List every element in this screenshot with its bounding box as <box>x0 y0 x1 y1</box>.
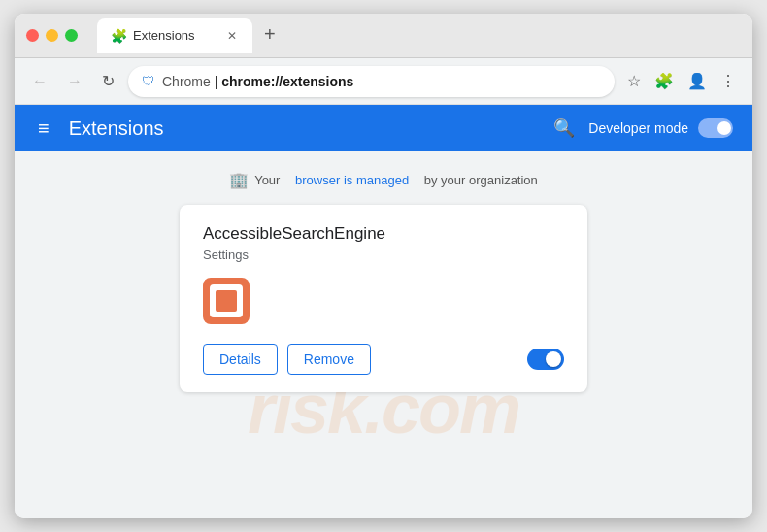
window-controls <box>26 29 78 42</box>
extensions-content: 🔍 risk.com 🏢 Your browser is managed by … <box>15 151 752 518</box>
extensions-header: ≡ Extensions 🔍 Developer mode <box>15 105 752 151</box>
refresh-button[interactable]: ↻ <box>96 68 120 94</box>
title-bar: 🧩 Extensions ✕ + <box>15 14 752 58</box>
profile-button[interactable]: 👤 <box>683 67 712 95</box>
extension-card-body <box>203 278 564 324</box>
extension-logo-symbol <box>216 290 237 312</box>
developer-mode-toggle[interactable] <box>698 118 733 138</box>
details-button[interactable]: Details <box>203 344 278 375</box>
extension-subtitle: Settings <box>203 248 564 262</box>
extension-card-footer: Details Remove <box>203 344 564 375</box>
forward-button[interactable]: → <box>61 69 88 94</box>
address-bar: ← → ↻ 🛡 Chrome | chrome://extensions ☆ 🧩… <box>15 58 752 105</box>
developer-mode-label: Developer mode <box>588 120 688 136</box>
address-input[interactable]: 🛡 Chrome | chrome://extensions <box>128 66 615 97</box>
security-icon: 🛡 <box>142 74 154 88</box>
extensions-button[interactable]: 🧩 <box>650 67 679 95</box>
search-button[interactable]: 🔍 <box>550 114 579 143</box>
active-tab[interactable]: 🧩 Extensions ✕ <box>97 18 252 53</box>
hamburger-menu-button[interactable]: ≡ <box>34 114 53 144</box>
extension-toggle-knob <box>546 351 561 367</box>
close-button[interactable] <box>26 29 39 42</box>
managed-notice-text-before: Your <box>254 173 280 187</box>
managed-notice-text-after: by your organization <box>424 173 538 187</box>
toggle-knob <box>717 121 731 135</box>
address-text: Chrome | chrome://extensions <box>162 74 353 89</box>
tab-puzzle-icon: 🧩 <box>111 28 127 44</box>
maximize-button[interactable] <box>65 29 78 42</box>
managed-link[interactable]: browser is managed <box>295 173 409 187</box>
managed-notice: 🏢 Your browser is managed by your organi… <box>229 171 538 189</box>
menu-button[interactable]: ⋮ <box>716 67 741 95</box>
extension-logo-inner <box>210 284 243 317</box>
extensions-header-title: Extensions <box>69 117 550 140</box>
address-origin: Chrome <box>162 74 211 89</box>
extension-card: AccessibleSearchEngine Settings Details … <box>180 205 587 392</box>
developer-mode-section: 🔍 Developer mode <box>550 114 733 143</box>
new-tab-button[interactable]: + <box>256 19 283 50</box>
tab-bar: 🧩 Extensions ✕ + <box>89 18 741 53</box>
bookmark-button[interactable]: ☆ <box>622 67 646 95</box>
minimize-button[interactable] <box>46 29 58 42</box>
extension-name: AccessibleSearchEngine <box>203 224 564 244</box>
browser-window: 🧩 Extensions ✕ + ← → ↻ 🛡 Chrome | chrome… <box>15 14 752 518</box>
remove-button[interactable]: Remove <box>287 344 371 375</box>
tab-title: Extensions <box>133 28 195 43</box>
tab-close-button[interactable]: ✕ <box>225 27 239 45</box>
extension-enabled-toggle[interactable] <box>527 349 564 370</box>
back-button[interactable]: ← <box>26 69 53 94</box>
address-path: chrome://extensions <box>221 74 353 89</box>
extension-logo <box>203 278 250 324</box>
extension-card-header: AccessibleSearchEngine Settings <box>203 224 564 262</box>
building-icon: 🏢 <box>229 171 249 189</box>
toolbar-icons: ☆ 🧩 👤 ⋮ <box>622 67 741 95</box>
